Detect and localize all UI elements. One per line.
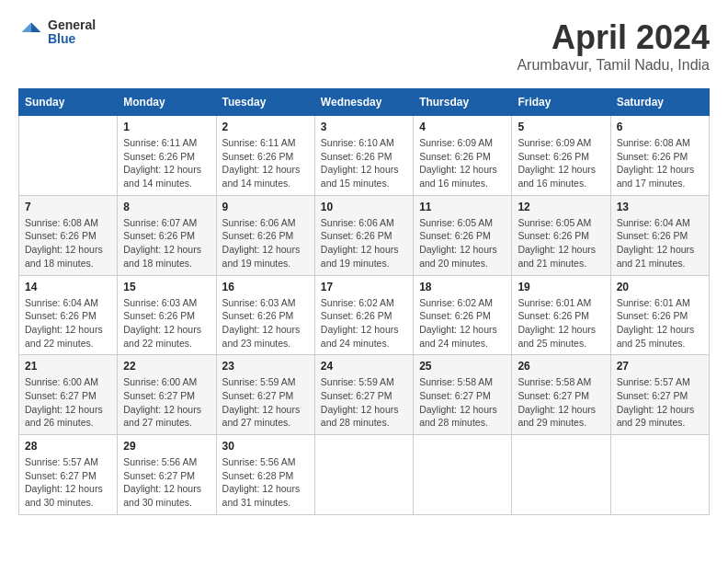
day-info: Sunrise: 6:08 AM Sunset: 6:26 PM Dayligh… (25, 216, 111, 270)
day-number: 25 (419, 360, 506, 373)
week-row-3: 21Sunrise: 6:00 AM Sunset: 6:27 PM Dayli… (19, 355, 710, 435)
day-info: Sunrise: 6:03 AM Sunset: 6:26 PM Dayligh… (222, 296, 309, 350)
page-title: April 2024 (517, 18, 710, 57)
day-number: 10 (321, 201, 407, 213)
logo-icon (18, 19, 44, 45)
day-info: Sunrise: 6:07 AM Sunset: 6:26 PM Dayligh… (123, 216, 210, 270)
week-row-1: 7Sunrise: 6:08 AM Sunset: 6:26 PM Daylig… (19, 195, 710, 275)
calendar-cell: 16Sunrise: 6:03 AM Sunset: 6:26 PM Dayli… (216, 275, 314, 355)
weekday-header-monday: Monday (118, 89, 216, 116)
calendar-cell: 5Sunrise: 6:09 AM Sunset: 6:26 PM Daylig… (512, 116, 610, 196)
calendar-cell: 7Sunrise: 6:08 AM Sunset: 6:26 PM Daylig… (19, 195, 118, 275)
calendar-cell: 6Sunrise: 6:08 AM Sunset: 6:26 PM Daylig… (610, 116, 709, 196)
day-info: Sunrise: 5:56 AM Sunset: 6:28 PM Dayligh… (222, 455, 309, 510)
day-number: 16 (222, 281, 309, 293)
day-info: Sunrise: 6:09 AM Sunset: 6:26 PM Dayligh… (518, 136, 604, 190)
calendar-cell: 29Sunrise: 5:56 AM Sunset: 6:27 PM Dayli… (118, 435, 216, 515)
day-number: 24 (321, 360, 407, 373)
day-number: 21 (25, 360, 111, 373)
calendar-cell: 18Sunrise: 6:02 AM Sunset: 6:26 PM Dayli… (414, 275, 512, 355)
day-info: Sunrise: 5:56 AM Sunset: 6:27 PM Dayligh… (123, 455, 210, 510)
day-info: Sunrise: 6:04 AM Sunset: 6:26 PM Dayligh… (617, 216, 703, 270)
day-number: 1 (123, 121, 210, 133)
logo: General Blue (18, 18, 96, 47)
day-info: Sunrise: 6:01 AM Sunset: 6:26 PM Dayligh… (617, 296, 703, 350)
day-info: Sunrise: 6:09 AM Sunset: 6:26 PM Dayligh… (419, 136, 506, 190)
calendar-cell: 25Sunrise: 5:58 AM Sunset: 6:27 PM Dayli… (414, 355, 512, 435)
weekday-header-saturday: Saturday (610, 89, 709, 116)
weekday-header-wednesday: Wednesday (314, 89, 413, 116)
day-number: 28 (25, 440, 111, 453)
calendar-cell (414, 435, 512, 515)
calendar-cell: 23Sunrise: 5:59 AM Sunset: 6:27 PM Dayli… (216, 355, 314, 435)
calendar-cell: 10Sunrise: 6:06 AM Sunset: 6:26 PM Dayli… (314, 195, 413, 275)
day-info: Sunrise: 6:03 AM Sunset: 6:26 PM Dayligh… (123, 296, 210, 350)
day-number: 3 (321, 121, 407, 133)
logo-blue: Blue (48, 32, 96, 46)
header: General Blue April 2024 Arumbavur, Tamil… (18, 18, 710, 74)
weekday-header-thursday: Thursday (414, 89, 512, 116)
day-number: 20 (617, 281, 703, 293)
calendar-cell: 17Sunrise: 6:02 AM Sunset: 6:26 PM Dayli… (314, 275, 413, 355)
day-info: Sunrise: 6:06 AM Sunset: 6:26 PM Dayligh… (321, 216, 407, 270)
calendar-cell: 9Sunrise: 6:06 AM Sunset: 6:26 PM Daylig… (216, 195, 314, 275)
day-number: 9 (222, 201, 309, 213)
day-number: 19 (518, 281, 604, 293)
day-info: Sunrise: 6:05 AM Sunset: 6:26 PM Dayligh… (419, 216, 506, 270)
calendar-cell: 13Sunrise: 6:04 AM Sunset: 6:26 PM Dayli… (610, 195, 709, 275)
weekday-header-friday: Friday (512, 89, 610, 116)
weekday-header-tuesday: Tuesday (216, 89, 314, 116)
day-info: Sunrise: 6:06 AM Sunset: 6:26 PM Dayligh… (222, 216, 309, 270)
day-info: Sunrise: 6:05 AM Sunset: 6:26 PM Dayligh… (518, 216, 604, 270)
day-info: Sunrise: 5:57 AM Sunset: 6:27 PM Dayligh… (25, 455, 111, 510)
calendar-table: SundayMondayTuesdayWednesdayThursdayFrid… (18, 88, 710, 515)
day-info: Sunrise: 5:59 AM Sunset: 6:27 PM Dayligh… (321, 375, 407, 430)
day-info: Sunrise: 5:57 AM Sunset: 6:27 PM Dayligh… (617, 375, 703, 430)
calendar-cell: 27Sunrise: 5:57 AM Sunset: 6:27 PM Dayli… (610, 355, 709, 435)
day-number: 5 (518, 121, 604, 133)
logo-general: General (48, 18, 96, 32)
day-number: 7 (25, 201, 111, 213)
day-info: Sunrise: 6:11 AM Sunset: 6:26 PM Dayligh… (222, 136, 309, 190)
day-info: Sunrise: 6:00 AM Sunset: 6:27 PM Dayligh… (25, 375, 111, 430)
calendar-cell: 14Sunrise: 6:04 AM Sunset: 6:26 PM Dayli… (19, 275, 118, 355)
calendar-cell: 11Sunrise: 6:05 AM Sunset: 6:26 PM Dayli… (414, 195, 512, 275)
day-number: 6 (617, 121, 703, 133)
day-number: 4 (419, 121, 506, 133)
page-subtitle: Arumbavur, Tamil Nadu, India (517, 57, 710, 74)
weekday-header-sunday: Sunday (19, 89, 118, 116)
day-number: 22 (123, 360, 210, 373)
day-number: 30 (222, 440, 309, 453)
calendar-cell: 26Sunrise: 5:58 AM Sunset: 6:27 PM Dayli… (512, 355, 610, 435)
calendar-cell: 24Sunrise: 5:59 AM Sunset: 6:27 PM Dayli… (314, 355, 413, 435)
day-number: 26 (518, 360, 604, 373)
day-number: 27 (617, 360, 703, 373)
day-number: 14 (25, 281, 111, 293)
day-number: 18 (419, 281, 506, 293)
day-info: Sunrise: 5:58 AM Sunset: 6:27 PM Dayligh… (419, 375, 506, 430)
day-info: Sunrise: 6:00 AM Sunset: 6:27 PM Dayligh… (123, 375, 210, 430)
svg-marker-0 (31, 23, 41, 33)
week-row-0: 1Sunrise: 6:11 AM Sunset: 6:26 PM Daylig… (19, 116, 710, 196)
title-section: April 2024 Arumbavur, Tamil Nadu, India (517, 18, 710, 74)
weekday-header-row: SundayMondayTuesdayWednesdayThursdayFrid… (19, 89, 710, 116)
svg-marker-1 (22, 23, 32, 33)
day-info: Sunrise: 6:04 AM Sunset: 6:26 PM Dayligh… (25, 296, 111, 350)
calendar-cell: 30Sunrise: 5:56 AM Sunset: 6:28 PM Dayli… (216, 435, 314, 515)
calendar-cell: 3Sunrise: 6:10 AM Sunset: 6:26 PM Daylig… (314, 116, 413, 196)
calendar-cell (314, 435, 413, 515)
week-row-4: 28Sunrise: 5:57 AM Sunset: 6:27 PM Dayli… (19, 435, 710, 515)
day-number: 2 (222, 121, 309, 133)
day-number: 29 (123, 440, 210, 453)
calendar-cell: 12Sunrise: 6:05 AM Sunset: 6:26 PM Dayli… (512, 195, 610, 275)
calendar-cell: 2Sunrise: 6:11 AM Sunset: 6:26 PM Daylig… (216, 116, 314, 196)
calendar-cell (512, 435, 610, 515)
day-number: 17 (321, 281, 407, 293)
calendar-cell: 15Sunrise: 6:03 AM Sunset: 6:26 PM Dayli… (118, 275, 216, 355)
day-number: 12 (518, 201, 604, 213)
day-number: 11 (419, 201, 506, 213)
calendar-cell: 28Sunrise: 5:57 AM Sunset: 6:27 PM Dayli… (19, 435, 118, 515)
day-info: Sunrise: 6:02 AM Sunset: 6:26 PM Dayligh… (321, 296, 407, 350)
calendar-cell: 21Sunrise: 6:00 AM Sunset: 6:27 PM Dayli… (19, 355, 118, 435)
week-row-2: 14Sunrise: 6:04 AM Sunset: 6:26 PM Dayli… (19, 275, 710, 355)
